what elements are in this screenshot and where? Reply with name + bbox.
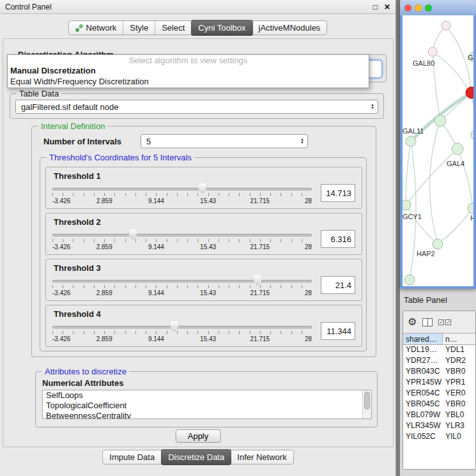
list-item-betweennesscentrality[interactable]: BetweennessCentrality	[43, 411, 371, 419]
table-row[interactable]: YDR27…YDR2	[403, 356, 475, 367]
tab-impute-data[interactable]: Impute Data	[103, 450, 162, 464]
number-of-intervals-combobox[interactable]: 5 ▲▼	[141, 134, 308, 148]
table-row[interactable]: YBR043CYBR0	[403, 367, 475, 378]
attributes-scrollbar[interactable]	[362, 390, 371, 418]
checkbox-icon[interactable]: ✓	[445, 319, 451, 325]
tab-discretize-data[interactable]: Discretize Data	[161, 449, 231, 465]
column-selector-icon[interactable]	[422, 318, 433, 326]
threshold-1-label: Threshold 1	[54, 171, 101, 181]
tab-select[interactable]: Select	[155, 21, 192, 35]
threshold-2-panel: Threshold 2 -3.426 2.859 9.144 15.43	[45, 213, 362, 255]
apply-button[interactable]: Apply	[176, 429, 221, 443]
network-node[interactable]	[403, 200, 411, 210]
slider-track[interactable]	[52, 280, 312, 282]
network-view-window: GAL80 GA GAL11 GAL4 GCY1 H HAP2	[400, 0, 476, 289]
threshold-2-slider[interactable]: -3.426 2.859 9.144 15.43 21.715 28	[52, 229, 312, 254]
network-canvas[interactable]: GAL80 GA GAL11 GAL4 GCY1 H HAP2	[403, 15, 473, 286]
tab-network-label: Network	[86, 23, 117, 33]
dropdown-item-equal-width-frequency[interactable]: Equal Width/Frequency Discretization	[8, 76, 369, 87]
interval-definition-group: Interval Definition Number of Intervals …	[31, 126, 376, 357]
close-icon[interactable]: ✕	[384, 3, 390, 12]
table-data-group: Table Data galFiltered.sif default node …	[10, 93, 384, 119]
slider-ticks	[52, 285, 312, 288]
control-panel-titlebar: Control Panel □ ✕	[0, 0, 395, 14]
table-data-combobox[interactable]: galFiltered.sif default node ▲▼	[15, 100, 378, 114]
thresholds-group: Threshold's Coordinates for 5 Intervals …	[40, 157, 367, 351]
scrollbar-thumb[interactable]	[364, 392, 370, 410]
table-row[interactable]: YER054CYER0	[403, 388, 475, 399]
tab-infer-network[interactable]: Infer Network	[231, 450, 293, 464]
window-title: Control Panel	[5, 3, 52, 12]
table-row[interactable]: YBL079WYBL0	[403, 410, 475, 421]
tab-jactivemnodules[interactable]: jActiveMNodules	[252, 21, 327, 35]
table-panel-title: Table Panel	[400, 289, 476, 311]
table-row[interactable]: YDL19…YDL1	[403, 345, 475, 356]
tab-style[interactable]: Style	[123, 21, 155, 35]
slider-scale: -3.426 2.859 9.144 15.43 21.715 28	[52, 243, 312, 251]
slider-track[interactable]	[52, 234, 312, 236]
node-label: H	[470, 214, 473, 222]
slider-track[interactable]	[52, 326, 312, 328]
network-node[interactable]	[428, 47, 437, 56]
minimize-traffic-light-icon[interactable]	[415, 4, 422, 12]
table-panel-window: ⚙ ✓ ✓ shared… n… YDL19…YDL1 YDR27…YDR2 Y…	[403, 311, 476, 470]
tab-network[interactable]: Network	[69, 21, 124, 35]
network-node[interactable]	[468, 203, 473, 213]
numerical-attributes-label: Numerical Attributes	[42, 378, 123, 388]
network-node[interactable]	[471, 130, 473, 140]
stepper-arrows-icon: ▲▼	[371, 104, 374, 110]
network-node[interactable]	[433, 239, 443, 249]
network-node[interactable]	[404, 275, 415, 285]
slider-ticks	[52, 193, 312, 196]
table-row[interactable]: YBR045CYBR0	[403, 399, 475, 410]
table-row[interactable]: YLR345WYLR3	[403, 421, 475, 432]
close-traffic-light-icon[interactable]	[404, 4, 411, 12]
checkbox-icon[interactable]: ✓	[438, 319, 444, 325]
table-row[interactable]: YPR145WYPR1	[403, 378, 475, 388]
node-label: GAL11	[403, 127, 424, 135]
table-data-combobox-value: galFiltered.sif default node	[21, 102, 118, 112]
float-window-icon[interactable]: □	[373, 3, 378, 12]
threshold-2-value-field[interactable]: 6.316	[321, 230, 355, 248]
slider-track[interactable]	[52, 188, 312, 190]
slider-scale: -3.426 2.859 9.144 15.43 21.715 28	[52, 335, 312, 343]
column-header-shared-name[interactable]: shared…	[403, 334, 443, 344]
list-item-topologicalcoefficient[interactable]: TopologicalCoefficient	[43, 401, 371, 411]
threshold-1-slider[interactable]: -3.426 2.859 9.144 15.43 21.715 28	[52, 183, 312, 208]
slider-scale: -3.426 2.859 9.144 15.43 21.715 28	[52, 197, 312, 205]
stepper-arrows-icon: ▲▼	[300, 138, 304, 144]
attributes-group-title: Attributes to discretize	[42, 367, 129, 376]
network-node[interactable]	[441, 21, 450, 30]
list-item-selfloops[interactable]: SelfLoops	[43, 390, 371, 401]
bottom-tab-bar: Impute Data Discretize Data Infer Networ…	[0, 450, 396, 464]
threshold-4-slider[interactable]: -3.426 2.859 9.144 15.43 21.715 28	[52, 321, 312, 346]
slider-ticks	[52, 331, 312, 334]
threshold-4-value-field[interactable]: 11.344	[321, 322, 355, 340]
network-window-titlebar[interactable]	[400, 0, 476, 15]
threshold-2-label: Threshold 2	[54, 217, 101, 227]
threshold-3-panel: Threshold 3 -3.426 2.859 9.144 15.43	[45, 259, 362, 301]
network-node[interactable]	[434, 115, 446, 127]
algorithm-dropdown-popup: Select algorithm to view settings Manual…	[7, 54, 369, 88]
threshold-3-slider[interactable]: -3.426 2.859 9.144 15.43 21.715 28	[52, 275, 312, 300]
interval-definition-title: Interval Definition	[38, 121, 107, 131]
dropdown-item-manual-discretization[interactable]: Manual Discretization	[8, 65, 369, 76]
zoom-traffic-light-icon[interactable]	[425, 4, 432, 12]
gear-icon[interactable]: ⚙	[408, 317, 417, 327]
column-header-name[interactable]: n…	[443, 334, 475, 344]
threshold-3-label: Threshold 3	[54, 263, 101, 273]
threshold-1-panel: Threshold 1 -3.426 2.859 9.144 15.43	[45, 167, 362, 209]
numerical-attributes-list: SelfLoops TopologicalCoefficient Between…	[42, 390, 372, 419]
slider-scale: -3.426 2.859 9.144 15.43 21.715 28	[52, 289, 312, 297]
tab-cyni-toolbox[interactable]: Cyni Toolbox	[191, 20, 252, 36]
network-node[interactable]	[406, 136, 416, 146]
threshold-1-value-field[interactable]: 14.713	[321, 184, 355, 202]
cyni-toolbox-panel: Discretization Algorithm Select algorith…	[3, 38, 394, 447]
node-label: HAP2	[417, 250, 435, 257]
threshold-3-value-field[interactable]: 21.4	[321, 276, 355, 294]
threshold-4-label: Threshold 4	[54, 309, 101, 319]
table-row[interactable]: YIL052CYIL0	[403, 432, 475, 443]
node-label: GAL4	[447, 160, 464, 167]
network-node[interactable]	[452, 143, 463, 155]
network-tab-icon	[75, 24, 83, 32]
